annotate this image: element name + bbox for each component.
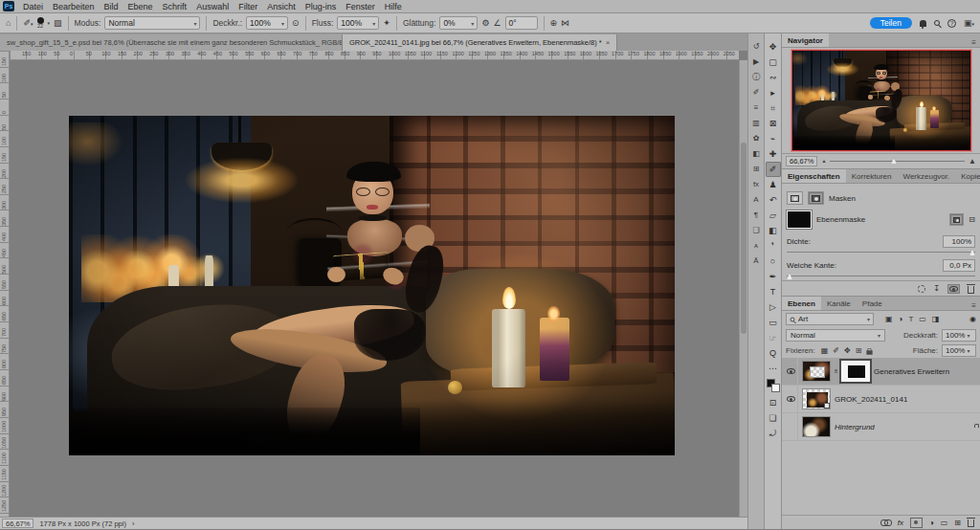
tab-navigator[interactable]: Navigator	[782, 33, 829, 47]
shape-tool-icon[interactable]: ▭	[766, 315, 781, 330]
gradients-panel-icon[interactable]: ◧	[749, 146, 764, 161]
object-selection-tool-icon[interactable]: ▸	[766, 85, 781, 100]
tool-preset-brush-icon[interactable]: ✐▾	[23, 19, 33, 28]
canvas-image[interactable]	[69, 116, 675, 455]
pixel-layer-icon[interactable]	[787, 191, 803, 205]
path-selection-tool-icon[interactable]: ▷	[766, 299, 781, 315]
close-tab-icon[interactable]: ×	[606, 38, 611, 47]
background-color-swatch[interactable]	[771, 384, 780, 392]
size-pressure-icon[interactable]: ⊕	[550, 19, 558, 28]
zoom-tool-icon[interactable]: Q	[766, 345, 781, 361]
mask-properties-icon[interactable]	[808, 191, 824, 205]
mask-options-icon[interactable]: ⊟	[969, 215, 975, 224]
brush-preview[interactable]: 22	[37, 17, 44, 30]
frame-tool-icon[interactable]: ⊠	[766, 116, 781, 131]
tab-kopierquelle[interactable]: Kopierquelle	[955, 169, 980, 183]
hand-tool-icon[interactable]: ☞	[766, 330, 781, 345]
delete-layer-icon[interactable]	[968, 519, 974, 527]
pen-tool-icon[interactable]: ✒	[766, 269, 781, 284]
color-swatches[interactable]	[767, 379, 780, 392]
lock-pixels-icon[interactable]: ✐	[833, 346, 839, 355]
character-panel-icon[interactable]: A	[749, 192, 764, 207]
swatches-panel-icon[interactable]: ▥	[749, 116, 764, 130]
info-panel-icon[interactable]: ⓘ	[749, 70, 764, 84]
menu-bild[interactable]: Bild	[100, 2, 123, 11]
navigator-zoom-slider[interactable]	[830, 161, 965, 162]
actions-panel-icon[interactable]: ▶	[749, 55, 764, 69]
filter-adjustment-layers-icon[interactable]: ◑	[899, 315, 903, 323]
airbrush-icon[interactable]: ✦	[383, 19, 390, 28]
filter-smart-objects-icon[interactable]: ◨	[932, 315, 940, 323]
tab-ebenen[interactable]: Ebenen	[782, 297, 821, 310]
symmetry-icon[interactable]: ⋈	[561, 19, 569, 28]
fill-value[interactable]: 100%▾	[942, 344, 976, 357]
help-icon[interactable]: ?	[947, 19, 956, 28]
layer-visibility-toggle[interactable]	[785, 358, 798, 385]
lock-artboard-icon[interactable]: ⊞	[856, 346, 862, 355]
menu-plug-ins[interactable]: Plug-ins	[301, 2, 342, 11]
layer-visibility-toggle[interactable]	[785, 413, 798, 440]
delete-mask-icon[interactable]	[968, 286, 974, 294]
more-tools-icon[interactable]: ⋯	[766, 361, 781, 376]
menu-auswahl[interactable]: Auswahl	[191, 2, 234, 11]
layer-mask-thumbnail[interactable]	[787, 210, 812, 229]
menu-hilfe[interactable]: Hilfe	[380, 2, 407, 11]
move-tool-icon[interactable]: ✥	[766, 39, 781, 55]
status-chevron-icon[interactable]: ›	[132, 519, 135, 528]
layer-mask-thumbnail[interactable]	[841, 361, 870, 382]
smoothing-select[interactable]: 0%▾	[439, 16, 478, 30]
brush-settings-toggle-icon[interactable]: ▨	[54, 19, 62, 28]
menu-datei[interactable]: Datei	[18, 2, 48, 11]
menu-fenster[interactable]: Fenster	[341, 2, 380, 11]
shapes-panel-icon[interactable]: ⊞	[749, 162, 764, 176]
screen-mode-icon[interactable]: ❏	[766, 410, 781, 426]
mask-link-icon[interactable]: 8	[835, 368, 837, 374]
brush-tool-icon[interactable]: ✐	[766, 162, 781, 177]
photoshop-logo-icon[interactable]: Ps	[3, 1, 14, 11]
eraser-tool-icon[interactable]: ▱	[766, 208, 781, 223]
share-button[interactable]: Teilen	[870, 17, 912, 30]
navigator-zoom-value[interactable]: 66,67%	[786, 156, 817, 166]
layer-thumbnail[interactable]	[802, 416, 831, 437]
layer-row-grok[interactable]: GROK_202411_0141	[782, 386, 980, 413]
lock-transparency-icon[interactable]: ▦	[821, 346, 829, 355]
blend-mode-select[interactable]: Normal▾	[786, 329, 885, 342]
brush-picker-arrow-icon[interactable]: ▾	[48, 21, 51, 26]
smoothing-gear-icon[interactable]: ⚙	[481, 19, 489, 28]
opacity-select[interactable]: 100%▾	[246, 16, 288, 30]
layer-row-hintergrund[interactable]: Hintergrund	[782, 413, 980, 441]
layer-row-generatives-erweitern[interactable]: 8 Generatives Erweitern	[782, 358, 980, 386]
search-icon[interactable]	[934, 20, 940, 26]
zoom-in-mountain-icon[interactable]: ▲	[969, 158, 976, 166]
character-styles-panel-icon[interactable]: ᴀ	[749, 238, 764, 253]
density-value[interactable]: 100%	[943, 235, 975, 248]
feather-slider[interactable]	[787, 276, 975, 276]
layer-thumbnail[interactable]	[802, 388, 831, 409]
filter-type-layers-icon[interactable]: T	[908, 315, 913, 323]
zoom-out-mountain-icon[interactable]: ▲	[821, 159, 826, 164]
feather-value[interactable]: 0,0 Px	[943, 259, 975, 272]
lasso-tool-icon[interactable]: ∾	[766, 70, 781, 85]
layer-filter-select[interactable]: Art ▾	[786, 313, 874, 325]
flow-select[interactable]: 100%▾	[337, 16, 379, 30]
paragraph-panel-icon[interactable]: ¶	[749, 208, 764, 222]
layer-thumbnail[interactable]	[802, 361, 831, 382]
navigator-thumbnail[interactable]	[791, 50, 971, 151]
menu-ansicht[interactable]: Ansicht	[262, 2, 301, 11]
menu-bearbeiten[interactable]: Bearbeiten	[48, 2, 100, 11]
ruler-vertical[interactable]: 1501005005010015020025030035040045050055…	[0, 51, 10, 517]
layer-visibility-toggle[interactable]	[785, 386, 798, 412]
adjustment-layer-icon[interactable]: ◑	[929, 519, 934, 527]
tab-werkzeugvor-[interactable]: Werkzeugvor.	[897, 169, 955, 183]
selection-from-mask-icon[interactable]	[918, 285, 925, 293]
layer-effects-icon[interactable]: fx	[898, 519, 903, 527]
history-brush-tool-icon[interactable]: ↶	[766, 192, 781, 208]
crop-tool-icon[interactable]: ⌗	[766, 100, 781, 116]
gradient-tool-icon[interactable]: ◧	[766, 223, 781, 238]
clone-stamp-tool-icon[interactable]: ♟	[766, 177, 781, 192]
paragraph-styles-panel-icon[interactable]: Ā	[749, 254, 764, 268]
quick-mask-icon[interactable]: ⊡	[766, 395, 781, 410]
filter-pixel-layers-icon[interactable]: ▣	[885, 315, 893, 323]
type-tool-icon[interactable]: T	[766, 284, 781, 299]
history-panel-icon[interactable]: ↺	[749, 39, 764, 54]
